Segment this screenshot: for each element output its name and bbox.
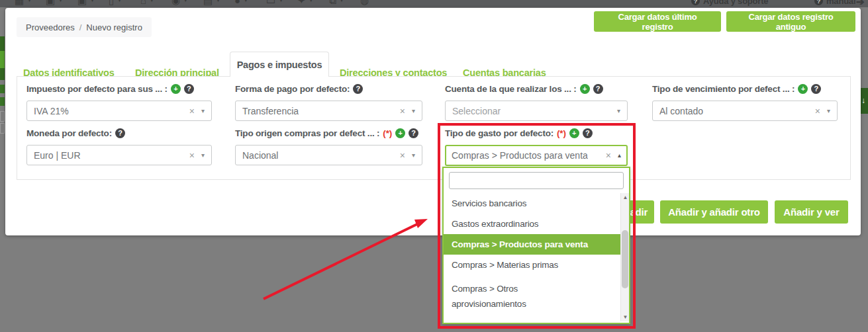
dropdown-panel: Servicios bancarios Gastos extraordinari… bbox=[442, 167, 630, 324]
scroll-down-icon[interactable]: ▼ bbox=[621, 313, 629, 321]
option-gastos-extraordinarios[interactable]: Gastos extraordinarios bbox=[444, 214, 629, 234]
exit-icon: ➔ bbox=[856, 0, 864, 7]
chevron-down-icon: ▾ bbox=[28, 0, 31, 3]
add-icon[interactable]: + bbox=[171, 84, 181, 94]
select-value: Nacional bbox=[242, 150, 278, 161]
breadcrumb-current: Nuevo registro bbox=[86, 22, 142, 32]
chevron-down-icon: ▾ bbox=[59, 0, 62, 3]
load-old-record-button[interactable]: Cargar datos registro antiguo bbox=[726, 11, 855, 32]
field-label-tipo-gasto: Tipo de gasto por defecto: (*) + ? bbox=[445, 128, 593, 138]
toolbar-item-calendar[interactable]: ▦▾ bbox=[15, 0, 31, 5]
add-icon[interactable]: + bbox=[580, 84, 590, 94]
label-text: Tipo de vencimiento por defect ... : bbox=[652, 84, 795, 94]
toolbar-item-structure[interactable]: ⧉▾ bbox=[329, 0, 343, 5]
add-and-view-button[interactable]: Añadir y ver bbox=[775, 200, 848, 224]
chevron-up-icon: ▴ bbox=[618, 152, 621, 159]
dropdown-search-input[interactable] bbox=[449, 172, 624, 189]
scroll-up-icon[interactable]: ▲ bbox=[621, 193, 629, 202]
add-icon[interactable]: + bbox=[395, 128, 405, 138]
option-compras-productos-venta[interactable]: Compras > Productos para venta bbox=[444, 234, 629, 255]
help-icon[interactable]: ? bbox=[353, 84, 363, 94]
toolbar-item-documents[interactable]: ▤▾ bbox=[203, 0, 220, 5]
toolbar-item-favorites[interactable]: ✦▾ bbox=[297, 0, 313, 5]
scrollbar-thumb[interactable] bbox=[622, 230, 628, 288]
tab-pagos-e-impuestos[interactable]: Pagos e impuestos bbox=[230, 52, 329, 77]
clear-icon[interactable]: × bbox=[400, 151, 412, 160]
required-mark: (*) bbox=[383, 128, 392, 138]
select-impuesto[interactable]: IVA 21% × ▾ bbox=[26, 101, 212, 121]
help-icon[interactable]: ? bbox=[184, 84, 194, 94]
toolbar-item-purchases[interactable]: ▣▾ bbox=[46, 0, 62, 5]
manual-link[interactable]: ? manual bbox=[814, 0, 855, 6]
help-icon[interactable]: ? bbox=[583, 128, 593, 138]
toolbar-item-sales[interactable]: ▣▾ bbox=[77, 0, 94, 5]
chevron-down-icon: ▾ bbox=[91, 0, 94, 3]
arrow-down-icon: ↓ bbox=[861, 96, 865, 105]
cart-add-icon: ▣ bbox=[46, 0, 55, 5]
help-icon[interactable]: ? bbox=[409, 128, 418, 138]
add-and-new-button[interactable]: Añadir y añadir otro bbox=[660, 200, 768, 224]
option-servicios-bancarios[interactable]: Servicios bancarios bbox=[444, 193, 629, 214]
select-moneda[interactable]: Euro | EUR × ▾ bbox=[26, 145, 212, 165]
help-icon[interactable]: ? bbox=[115, 128, 125, 138]
logout-button[interactable]: ➔ bbox=[856, 0, 864, 7]
select-vencimiento[interactable]: Al contado × ▾ bbox=[652, 101, 838, 121]
chevron-down-icon: ▾ bbox=[118, 0, 121, 3]
toolbar-item-invoices[interactable]: ▯▾ bbox=[109, 0, 121, 5]
chevron-down-icon: ▾ bbox=[827, 108, 830, 114]
toolbar-item-contacts[interactable]: ◉▾ bbox=[171, 0, 187, 5]
help-icon[interactable]: ? bbox=[593, 84, 603, 94]
field-label-tipo-origen: Tipo origen compras por defect ... : (*)… bbox=[235, 128, 418, 138]
user-icon: ◍ bbox=[360, 0, 369, 5]
manual-label: manual bbox=[826, 0, 855, 6]
select-tipo-origen[interactable]: Nacional × ▾ bbox=[235, 145, 422, 165]
select-value: Compras > Productos para venta bbox=[452, 150, 588, 161]
select-cuenta[interactable]: Seleccionar × ▾ bbox=[445, 101, 628, 121]
users-icon: ◉ bbox=[171, 0, 180, 5]
clear-icon[interactable]: × bbox=[815, 106, 827, 116]
clear-icon[interactable]: × bbox=[606, 151, 618, 160]
field-label-cuenta: Cuenta de la que realizar los ... : + ? bbox=[445, 84, 603, 94]
invoice-icon: ▯ bbox=[109, 0, 114, 5]
user-circle-icon: ? bbox=[814, 0, 823, 5]
field-label-impuesto: Impuesto por defecto para sus ... : + ? bbox=[26, 84, 194, 94]
star-icon: ✦ bbox=[297, 0, 306, 5]
help-icon[interactable]: ? bbox=[811, 84, 821, 94]
background-left-sidebar bbox=[0, 7, 5, 332]
chevron-down-icon: ▾ bbox=[279, 0, 283, 3]
dropdown-scrollbar[interactable]: ▲ ▼ bbox=[620, 193, 629, 321]
select-forma-pago[interactable]: Transferencia × ▾ bbox=[235, 101, 422, 121]
chevron-down-icon: ▾ bbox=[217, 0, 220, 3]
clear-icon[interactable]: × bbox=[189, 151, 201, 160]
field-label-forma-pago: Forma de pago por defecto: ? bbox=[235, 84, 363, 94]
toolbar-item-security[interactable]: ●▾ bbox=[234, 0, 248, 5]
toolbar-item-account[interactable]: ◍ bbox=[360, 0, 369, 5]
select-placeholder: Seleccionar bbox=[452, 106, 501, 116]
help-and-support-link[interactable]: ? Ayuda y soporte bbox=[691, 0, 768, 6]
chevron-down-icon: ▾ bbox=[617, 108, 620, 114]
breadcrumb-section[interactable]: Proveedores bbox=[26, 22, 75, 32]
sidebar-box-edge bbox=[0, 111, 5, 122]
sidebar-box-edge bbox=[0, 123, 5, 134]
printer-icon: ▭ bbox=[266, 0, 275, 5]
label-text: Tipo de gasto por defecto: bbox=[445, 128, 554, 138]
label-text: Impuesto por defecto para sus ... : bbox=[26, 84, 168, 94]
label-text: Tipo origen compras por defect ... : bbox=[235, 128, 379, 138]
clear-icon[interactable]: × bbox=[400, 106, 412, 116]
field-label-vencimiento: Tipo de vencimiento por defect ... : + ? bbox=[652, 84, 821, 94]
toolbar-item-warehouse[interactable]: ⌂▾ bbox=[140, 0, 154, 5]
screen: ▦▾ ▣▾ ▣▾ ▯▾ ⌂▾ ◉▾ ▤▾ ●▾ ▭▾ ✦▾ ⧉▾ ◍ ? Ayu… bbox=[0, 0, 868, 332]
sidebar-green-chip bbox=[0, 85, 5, 93]
load-last-record-button[interactable]: Cargar datos último registro bbox=[594, 11, 721, 32]
add-icon[interactable]: + bbox=[798, 84, 808, 94]
add-icon[interactable]: + bbox=[569, 128, 579, 138]
toolbar-item-printing[interactable]: ▭▾ bbox=[266, 0, 283, 5]
page-scroll-down-button[interactable]: ↓ bbox=[861, 88, 868, 114]
required-mark: (*) bbox=[557, 128, 566, 138]
select-tipo-gasto[interactable]: Compras > Productos para venta × ▴ bbox=[445, 145, 628, 166]
option-compras-materias-primas[interactable]: Compras > Materias primas bbox=[444, 255, 629, 275]
chevron-down-icon: ▾ bbox=[201, 108, 205, 114]
sidebar-green-chip bbox=[0, 97, 5, 106]
option-compras-otros-aprovisionamientos[interactable]: Compras > Otros aprovisionamientos bbox=[444, 275, 566, 317]
clear-icon[interactable]: × bbox=[189, 106, 201, 116]
